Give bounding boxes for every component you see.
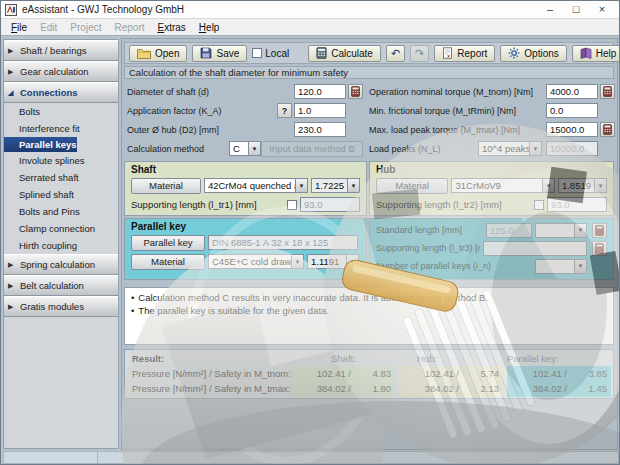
calc-method-value: C [229,141,248,156]
shaft-material-number-select[interactable]: 1.7225 ▼ [311,178,360,193]
nominal-torque-input[interactable]: 4000.0 [546,84,598,99]
pk-material-select[interactable]: C45E+C cold drawn ▼ [208,254,304,269]
number-of-keys-value [535,259,574,274]
number-of-keys-label: Number of parallel keys (i_n) [376,261,532,271]
standard-length-label: Standard length [mm] [376,225,483,235]
form-row-application-factor: Application factor (K_A) ? 1.0 [127,102,363,119]
options-button[interactable]: Options [500,45,566,62]
shaft-material-value: 42CrMo4 quenched and t... [204,178,295,193]
chevron-down-icon: ▼ [574,259,587,274]
shaft-material-number: 1.7225 [311,178,347,193]
menu-extras[interactable]: Extras [152,21,192,34]
shaft-supporting-length-label: Supporting length (l_tr1) [mm] [131,199,284,210]
sidebar-item-involute-splines[interactable]: Involute splines [4,152,118,169]
peak-torque-input[interactable]: 15000.0 [546,122,598,137]
sidebar-group-connections[interactable]: ◢ Connections [4,82,118,103]
sidebar-item-clamp-connection[interactable]: Clamp connection [4,220,118,237]
pk-material-button[interactable]: Material [131,254,205,270]
open-button[interactable]: Open [129,45,187,62]
nominal-torque-calc-button[interactable] [600,84,615,99]
result-row-label: Pressure [N/mm²] / Safety in M_tnom: [132,368,291,381]
sidebar-group-gratis-modules[interactable]: ▶ Gratis modules [4,296,118,317]
hub-supporting-checkbox[interactable] [534,200,544,210]
standard-length-select[interactable]: ▼ [535,223,587,238]
bullet-icon: • [131,291,134,304]
triangle-right-icon: ▶ [8,303,16,311]
hub-material-select[interactable]: 31CrMoV9 ▼ [451,178,554,193]
open-label: Open [155,48,179,59]
standard-length-value: 125.0 [486,223,532,238]
pk-supporting-calc-button[interactable] [592,241,607,256]
close-button[interactable]: × [589,2,615,18]
sidebar-group-shaft-bearings[interactable]: ▶ Shaft / bearings [4,40,118,61]
menu-help[interactable]: Help [193,21,226,34]
sidebar-item-interference-fit[interactable]: Interference fit [4,120,118,137]
chevron-down-icon: ▼ [291,254,304,269]
pk-supporting-input[interactable] [483,241,587,256]
hub-supporting-input[interactable]: 93.0 [547,197,607,212]
application-factor-input[interactable]: 1.0 [294,103,346,118]
hub-material-button[interactable]: Material [376,178,448,194]
sidebar-item-parallel-keys[interactable]: Parallel keys [4,137,77,152]
shaft-section: Shaft Material 42CrMo4 quenched and t...… [124,161,367,216]
sidebar-item-bolts-and-pins[interactable]: Bolts and Pins [4,203,118,220]
hub-pressure-max: 384.02 / [401,383,459,396]
maximize-button[interactable]: □ [563,2,589,18]
mini-calculator-icon [595,243,604,254]
load-peaks-select[interactable]: 10^4 peaks ▼ [478,141,542,156]
result-row-label: Pressure [N/mm²] / Safety in M_tmax: [132,383,290,396]
shaft-material-select[interactable]: 42CrMo4 quenched and t... ▼ [204,178,308,193]
menu-file[interactable]: File [5,21,33,34]
frictional-torque-input[interactable]: 0.0 [546,103,598,118]
triangle-right-icon: ▶ [8,261,16,269]
sidebar-group-label: Belt calculation [20,280,84,291]
pk-material-number-select[interactable]: 1.1191 ▼ [307,254,359,269]
calculate-button[interactable]: Calculate [308,45,381,62]
undo-button[interactable]: ↶ [386,45,405,62]
outer-hub-input[interactable]: 230.0 [294,122,346,137]
help-label: Help [596,48,617,59]
result-col-shaft: Shaft: [331,353,356,364]
pk-material-value: C45E+C cold drawn [208,254,291,269]
messages-panel: • Calculation method C results in very i… [124,287,614,345]
sidebar-item-splined-shaft[interactable]: Splined shaft [4,186,118,203]
save-button[interactable]: Save [192,45,247,62]
standard-length-calc-button[interactable] [592,223,607,238]
bullet-icon: • [131,304,134,317]
sidebar-item-hirth-coupling[interactable]: Hirth coupling [4,237,118,254]
menu-report: Report [108,21,150,34]
shaft-supporting-checkbox[interactable] [287,200,297,210]
menu-project: Project [64,21,107,34]
sidebar-item-bolts[interactable]: Bolts [4,103,118,120]
hub-safety-max: 2.13 [463,383,499,396]
book-icon [580,47,592,59]
nominal-torque-label: Operation nominal torque (M_tnom) [Nm] [369,87,546,97]
gear-icon [508,47,520,59]
parallel-key-button[interactable]: Parallel key [131,235,205,251]
local-checkbox[interactable] [252,48,262,58]
pk-pressure-max: 384.02 / [509,383,567,396]
report-button[interactable]: Report [434,45,495,62]
sidebar-group-spring-calculation[interactable]: ▶ Spring calculation [4,254,118,275]
diameter-input[interactable]: 120.0 [294,84,346,99]
hub-material-number-select[interactable]: 1.8519 ▼ [558,178,607,193]
minimize-button[interactable]: – [537,2,563,18]
calc-method-select[interactable]: C ▼ [229,141,261,156]
triangle-down-icon: ◢ [8,89,16,97]
load-peaks-count-input: 10000.0 [546,141,598,156]
local-label: Local [265,48,289,59]
number-of-keys-select[interactable]: ▼ [535,259,587,274]
sidebar-group-belt-calculation[interactable]: ▶ Belt calculation [4,275,118,296]
sidebar-item-serrated-shaft[interactable]: Serrated shaft [4,169,118,186]
pk-supporting-length-label: Supporting length (l_tr3) [mm] [376,243,480,253]
diameter-calc-button[interactable] [348,84,363,99]
peak-torque-calc-button[interactable] [600,122,615,137]
sidebar-group-gear-calculation[interactable]: ▶ Gear calculation [4,61,118,82]
calculate-label: Calculate [331,48,373,59]
titlebar: eAssistant - GWJ Technology GmbH – □ × [1,1,619,19]
help-button[interactable]: Help [572,45,620,62]
mini-calculator-icon [351,86,360,97]
shaft-material-button[interactable]: Material [131,178,201,194]
triangle-right-icon: ▶ [8,282,16,290]
help-question-button[interactable]: ? [277,103,292,118]
